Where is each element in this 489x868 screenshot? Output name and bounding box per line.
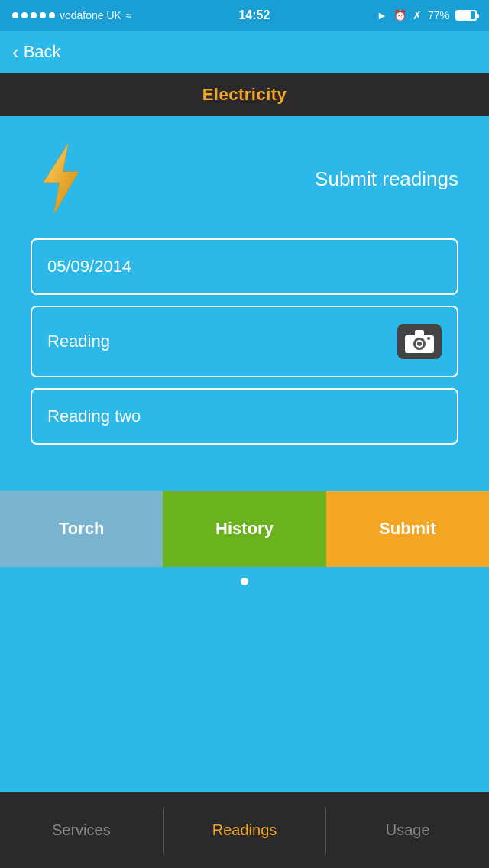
- submit-button[interactable]: Submit: [326, 491, 489, 567]
- wifi-icon: ≈: [126, 9, 132, 21]
- readings-label: Readings: [212, 821, 277, 839]
- usage-label: Usage: [386, 821, 430, 839]
- back-bar: ‹ Back: [0, 31, 489, 73]
- reading-two-field[interactable]: [31, 388, 458, 445]
- nav-readings[interactable]: Readings: [164, 792, 326, 868]
- carrier-label: vodafone UK: [60, 9, 121, 21]
- status-right: ► ⏰ ✗ 77%: [377, 9, 477, 21]
- status-left: vodafone UK ≈: [12, 9, 132, 21]
- location-icon: ►: [377, 9, 387, 21]
- reading-input[interactable]: [47, 332, 397, 351]
- nav-usage[interactable]: Usage: [326, 792, 489, 868]
- reading-field[interactable]: [31, 306, 458, 377]
- camera-button[interactable]: [397, 324, 442, 359]
- history-button[interactable]: History: [163, 491, 325, 567]
- status-bar: vodafone UK ≈ 14:52 ► ⏰ ✗ 77%: [0, 0, 489, 31]
- submit-readings-label: Submit readings: [315, 167, 458, 191]
- page-header: Electricity: [0, 73, 489, 116]
- camera-icon: [405, 330, 434, 353]
- main-content: Submit readings: [0, 116, 489, 445]
- back-chevron-icon: ‹: [12, 42, 19, 62]
- action-buttons: Torch History Submit: [0, 491, 489, 567]
- date-input[interactable]: [47, 257, 442, 277]
- torch-button[interactable]: Torch: [0, 491, 163, 567]
- svg-rect-3: [415, 330, 424, 337]
- nav-services[interactable]: Services: [0, 792, 163, 868]
- submit-area: Submit readings: [31, 141, 458, 217]
- page-title: Electricity: [202, 85, 287, 105]
- alarm-icon: ⏰: [393, 9, 406, 21]
- signal-dots: [12, 12, 55, 18]
- bottom-nav: Services Readings Usage: [0, 792, 489, 868]
- svg-point-7: [427, 337, 430, 340]
- battery-icon: [455, 10, 477, 21]
- battery-percent: 77%: [428, 9, 449, 21]
- reading-two-input[interactable]: [47, 406, 442, 426]
- bluetooth-icon: ✗: [413, 9, 422, 21]
- svg-point-6: [417, 342, 422, 346]
- time-display: 14:52: [238, 8, 270, 22]
- back-label: Back: [24, 42, 61, 62]
- date-field[interactable]: [31, 238, 458, 295]
- back-button[interactable]: ‹ Back: [12, 42, 61, 62]
- lightning-icon: [31, 141, 92, 217]
- services-label: Services: [52, 821, 111, 839]
- page-dot: [241, 578, 248, 585]
- page-indicator: [0, 567, 489, 596]
